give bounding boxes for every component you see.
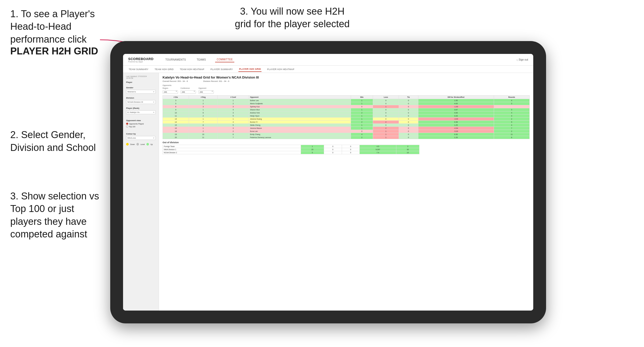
step1-text: 1. To see a Player's Head-to-Head perfor… xyxy=(10,8,100,46)
nav-tournaments[interactable]: TOURNAMENTS xyxy=(164,57,187,62)
step2-block: 2. Select Gender, Division and School xyxy=(10,129,100,154)
opponent-view-label: Opponent view xyxy=(126,119,156,122)
col-tie: Tie xyxy=(399,95,418,99)
col-diff: Diff Av Strokes/Rnd xyxy=(418,95,494,99)
right-content: Katelyn Vo Head-to-Head Grid for Women's… xyxy=(159,73,533,311)
gender-section: Gender Women's xyxy=(126,86,156,94)
tablet-frame: SCOREBOARD Powered by clippd TOURNAMENTS… xyxy=(110,41,546,323)
ood-table-row: NAIA Division 1 15 0 0 9.267 30 xyxy=(163,148,419,151)
legend-down-label: Down xyxy=(130,143,135,145)
legend-up-label: Up xyxy=(150,143,153,145)
col-div: # Div xyxy=(163,95,189,99)
table-row: 13 1 1 Jessica Huang 1 0 0 -3.00 2 xyxy=(163,118,530,121)
left-panel: Last Updated: 27/03/202416:55:38 Player … xyxy=(123,73,159,311)
step3-right-instruction: 3. You will now see H2H grid for the pla… xyxy=(231,5,354,31)
colour-by-section: Colour by Win/Loss xyxy=(126,133,156,140)
legend-level-dot xyxy=(136,143,139,146)
col-rounds: Rounds xyxy=(494,95,529,99)
instructions-panel: 1. To see a Player's Head-to-Head perfor… xyxy=(0,0,110,257)
region-label: Region xyxy=(163,87,178,89)
colour-legend: Down Level Up xyxy=(126,143,156,146)
legend-level-label: Level xyxy=(140,143,145,145)
subnav-player-h2h-heatmap[interactable]: PLAYER H2H HEATMAP xyxy=(267,67,295,72)
main-content: Last Updated: 27/03/202416:55:38 Player … xyxy=(123,73,533,311)
app-nav: SCOREBOARD Powered by clippd TOURNAMENTS… xyxy=(123,54,533,66)
gender-label: Gender xyxy=(126,86,156,89)
legend-down-dot xyxy=(126,143,129,146)
player-rank-section: Player (Rank) 8. Katelyn Vo xyxy=(126,107,156,114)
step3-left-text: 3. Show selection vs Top 100 or just pla… xyxy=(10,190,100,241)
table-row: 16 1 3 Jessica Mason 1 2 0 -0.94 7 xyxy=(163,127,530,130)
table-row: 15 8 5 Stella Cheng 1 0 0 1.25 4 xyxy=(163,124,530,127)
gender-select[interactable]: Women's xyxy=(126,90,156,94)
ood-table-row: NCAA Division 2 5 0 0 7.4 10 xyxy=(163,151,419,154)
col-win: Win xyxy=(351,95,373,99)
opponent-view-section: Opponent view Opponents Played Top 100 xyxy=(126,119,156,128)
step1-bold: PLAYER H2H GRID xyxy=(10,46,100,57)
radio-top100[interactable]: Top 100 xyxy=(126,126,156,128)
region-filter: Region (All) xyxy=(163,87,178,94)
col-opponent: Opponent xyxy=(249,95,351,99)
brand-sub: Powered by clippd xyxy=(128,61,154,63)
division-section: Division NCAA Division III xyxy=(126,97,156,104)
conference-select[interactable]: (All) xyxy=(180,90,196,94)
colour-by-select[interactable]: Win/Loss xyxy=(126,136,156,140)
col-reg: # Reg xyxy=(189,95,218,99)
h2h-table: # Div # Reg # Conf Opponent Win Loss Tie… xyxy=(163,95,530,139)
opponent-view-radios: Opponents Played Top 100 xyxy=(126,123,156,128)
subnav-player-h2h-grid[interactable]: PLAYER H2H GRID xyxy=(238,67,261,72)
player-label: Player xyxy=(126,81,156,83)
brand: SCOREBOARD Powered by clippd xyxy=(128,57,154,63)
radio-opponents-label: Opponents Played xyxy=(129,123,144,125)
subnav-team-summary[interactable]: TEAM SUMMARY xyxy=(128,67,149,72)
table-row: 18 2 2 Euna Lee 0 1 0 -5.00 2 xyxy=(163,130,530,133)
conference-filter: Conference (All) xyxy=(180,87,196,94)
radio-circle-top100 xyxy=(126,126,128,128)
subnav-team-h2h-grid[interactable]: TEAM H2H GRID xyxy=(154,67,174,72)
legend-up-dot xyxy=(146,143,149,146)
opponent-filter: Opponent (All) xyxy=(198,87,214,94)
table-row: 19 10 6 Emily Chang 4 1 0 0.30 11 xyxy=(163,133,530,136)
grid-title: Katelyn Vo Head-to-Head Grid for Women's… xyxy=(163,75,530,79)
grid-subtitle: Overall Record: 353 - 34 - 6 Division Re… xyxy=(163,80,530,82)
step1-block: 1. To see a Player's Head-to-Head perfor… xyxy=(10,8,100,57)
overall-record: Overall Record: 353 - 34 - 6 xyxy=(163,80,188,82)
player-rank-label: Player (Rank) xyxy=(126,107,156,109)
nav-sign-out: i | Sign out xyxy=(516,58,528,61)
opponent-select[interactable]: (All) xyxy=(198,90,214,94)
radio-circle-selected xyxy=(126,123,128,125)
step3-left-block: 3. Show selection vs Top 100 or just pla… xyxy=(10,190,100,241)
table-row: 20 11 7 Federica Domecq Lacroze 2 1 0 1.… xyxy=(163,136,530,139)
tablet-screen: SCOREBOARD Powered by clippd TOURNAMENTS… xyxy=(123,54,533,311)
filter-area: Opponents: Region (All) Confe xyxy=(163,84,530,94)
colour-by-label: Colour by xyxy=(126,133,156,135)
player-section: Player xyxy=(126,81,156,83)
division-record: Division Record: 331 - 34 - 6 xyxy=(203,80,229,82)
table-header-row: # Div # Reg # Conf Opponent Win Loss Tie… xyxy=(163,95,530,99)
table-row: 9 1 4 Sharon Mun 1 0 0 3.67 3 xyxy=(163,108,530,111)
table-row: 10 6 3 Andrea York 2 0 0 4.00 4 xyxy=(163,111,530,114)
sub-nav: TEAM SUMMARY TEAM H2H GRID TEAM H2H HEAT… xyxy=(123,66,533,73)
nav-committee[interactable]: COMMITTEE xyxy=(215,57,234,62)
radio-top100-label: Top 100 xyxy=(129,126,135,128)
subnav-player-summary[interactable]: PLAYER SUMMARY xyxy=(210,67,233,72)
step2-text: 2. Select Gender, Division and School xyxy=(10,129,100,154)
col-conf: # Conf xyxy=(217,95,249,99)
table-row: 14 7 4 Eunice Yi 2 2 0 0.38 9 xyxy=(163,121,530,124)
col-loss: Loss xyxy=(373,95,399,99)
radio-opponents-played[interactable]: Opponents Played xyxy=(126,123,156,125)
table-row: 5 2 2 Alexis Sudjianto 1 0 0 4.00 3 xyxy=(163,102,530,105)
opponent-label: Opponent xyxy=(198,87,214,89)
table-row: 11 2 5 Heejo Hyun 1 0 0 3.33 3 xyxy=(163,114,530,118)
player-rank-select[interactable]: 8. Katelyn Vo xyxy=(126,110,156,114)
opponents-label: Opponents: xyxy=(163,84,172,86)
division-label: Division xyxy=(126,97,156,99)
region-select[interactable]: (All) xyxy=(163,90,178,94)
subnav-team-h2h-heatmap[interactable]: TEAM H2H HEATMAP xyxy=(179,67,205,72)
timestamp: Last Updated: 27/03/202416:55:38 xyxy=(126,75,156,79)
ood-table-row: Foreign Team 1 0 0 4.5 2 xyxy=(163,145,419,148)
out-of-division-table: Foreign Team 1 0 0 4.5 2 NAIA Division 1… xyxy=(163,145,419,154)
division-select[interactable]: NCAA Division III xyxy=(126,100,156,104)
table-row: 6 3 3 Sydney Kuo 0 1 0 -1.00 xyxy=(163,105,530,108)
nav-teams[interactable]: TEAMS xyxy=(195,57,207,62)
